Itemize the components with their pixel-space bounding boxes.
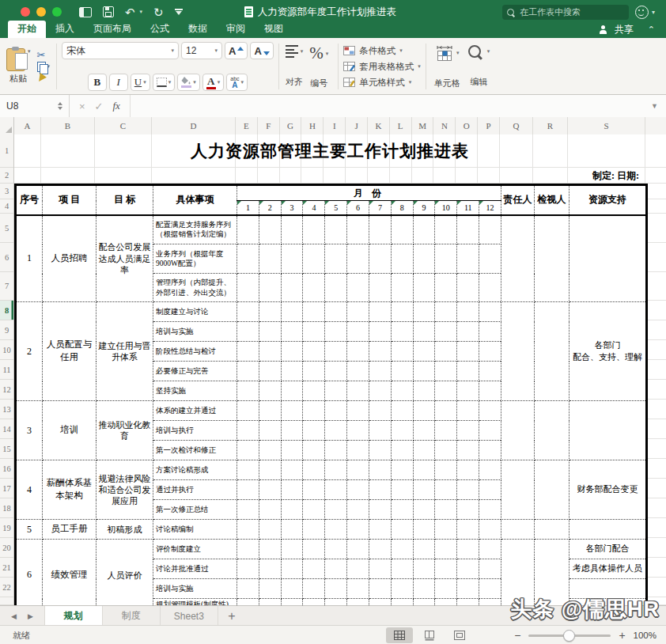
- gantt-cell[interactable]: [479, 401, 501, 421]
- task-name-cell[interactable]: 管理序列（内部提升、外部引进、外出交流）: [153, 274, 237, 302]
- gantt-cell[interactable]: [435, 460, 457, 480]
- gantt-cell[interactable]: [259, 540, 281, 559]
- minimize-window-button[interactable]: [36, 7, 46, 17]
- gantt-cell[interactable]: [413, 322, 435, 342]
- tab-page-layout[interactable]: 页面布局: [84, 21, 141, 38]
- gantt-cell[interactable]: [237, 520, 259, 540]
- gantt-cell[interactable]: [413, 540, 435, 559]
- sheet-tab-guihua[interactable]: 规划: [44, 606, 103, 626]
- gantt-cell[interactable]: [347, 599, 369, 606]
- gantt-cell[interactable]: [479, 599, 501, 606]
- gantt-cell[interactable]: [347, 401, 369, 421]
- gantt-cell[interactable]: [325, 342, 347, 362]
- gantt-cell[interactable]: [303, 401, 325, 421]
- gantt-cell[interactable]: [259, 215, 281, 244]
- cell-styles-button[interactable]: 单元格样式▾: [343, 74, 411, 90]
- gantt-cell[interactable]: [237, 441, 259, 460]
- gantt-cell[interactable]: [435, 342, 457, 362]
- gantt-cell[interactable]: [281, 441, 303, 460]
- feedback-smiley-icon[interactable]: [635, 6, 649, 19]
- gantt-cell[interactable]: [281, 421, 303, 441]
- gantt-cell[interactable]: [237, 559, 259, 579]
- gantt-cell[interactable]: [457, 244, 479, 274]
- gantt-cell[interactable]: [303, 480, 325, 500]
- gantt-cell[interactable]: [303, 342, 325, 362]
- item-goal-cell[interactable]: 初稿形成: [96, 520, 153, 540]
- gantt-cell[interactable]: [259, 480, 281, 500]
- gantt-cell[interactable]: [413, 274, 435, 302]
- gantt-cell[interactable]: [435, 500, 457, 520]
- gantt-cell[interactable]: [325, 274, 347, 302]
- gantt-cell[interactable]: [391, 480, 413, 500]
- font-color-button[interactable]: A▾: [202, 74, 225, 91]
- gantt-cell[interactable]: [435, 322, 457, 342]
- font-size-select[interactable]: 12▾: [181, 42, 222, 59]
- gantt-cell[interactable]: [369, 322, 391, 342]
- gantt-cell[interactable]: [347, 480, 369, 500]
- gantt-cell[interactable]: [347, 520, 369, 540]
- gantt-cell[interactable]: [391, 540, 413, 559]
- gantt-cell[interactable]: [259, 342, 281, 362]
- item-goal-cell[interactable]: 人员评价: [96, 540, 153, 606]
- gantt-cell[interactable]: [457, 559, 479, 579]
- gantt-cell[interactable]: [347, 559, 369, 579]
- gantt-cell[interactable]: [259, 520, 281, 540]
- gantt-cell[interactable]: [369, 274, 391, 302]
- gantt-cell[interactable]: [391, 599, 413, 606]
- row-header-10[interactable]: 10: [0, 340, 13, 360]
- name-box[interactable]: U8: [0, 95, 70, 117]
- gantt-cell[interactable]: [457, 274, 479, 302]
- column-header-F[interactable]: F: [258, 117, 280, 134]
- undo-caret-icon[interactable]: ▾: [140, 9, 143, 15]
- tab-review[interactable]: 审阅: [217, 21, 255, 38]
- gantt-cell[interactable]: [259, 441, 281, 460]
- gantt-cell[interactable]: [259, 244, 281, 274]
- gantt-cell[interactable]: [413, 520, 435, 540]
- task-name-cell[interactable]: 规划管理模板(制度性): [153, 599, 237, 606]
- gantt-cell[interactable]: [457, 362, 479, 381]
- gantt-cell[interactable]: [413, 480, 435, 500]
- task-name-cell[interactable]: 培训与实施: [153, 322, 237, 342]
- underline-button[interactable]: U▾: [131, 74, 150, 91]
- gantt-cell[interactable]: [391, 441, 413, 460]
- gantt-cell[interactable]: [259, 302, 281, 322]
- task-name-cell[interactable]: 制度建立与讨论: [153, 302, 237, 322]
- gantt-cell[interactable]: [325, 401, 347, 421]
- plan-table[interactable]: 序号项 目目 标具体事项月 份责任人检视人资源支持123456789101112…: [14, 184, 648, 605]
- prev-sheet-icon[interactable]: ◀: [11, 612, 17, 620]
- gantt-cell[interactable]: [303, 460, 325, 480]
- item-project-cell[interactable]: 员工手册: [43, 520, 96, 540]
- item-seq-cell[interactable]: 1: [16, 215, 43, 302]
- gantt-cell[interactable]: [259, 421, 281, 441]
- zoom-out-button[interactable]: −: [514, 629, 520, 642]
- gantt-cell[interactable]: [259, 559, 281, 579]
- gantt-cell[interactable]: [281, 244, 303, 274]
- gantt-cell[interactable]: [435, 599, 457, 606]
- gantt-cell[interactable]: [391, 579, 413, 599]
- item-goal-cell[interactable]: 推动职业化教育: [96, 401, 153, 460]
- conditional-format-button[interactable]: 条件格式▾: [343, 43, 403, 59]
- gantt-cell[interactable]: [479, 244, 501, 274]
- gantt-cell[interactable]: [369, 579, 391, 599]
- task-name-cell[interactable]: 配置满足支持服务序列（根据销售计划定编）: [153, 215, 237, 244]
- gantt-cell[interactable]: [479, 302, 501, 322]
- gantt-cell[interactable]: [479, 215, 501, 244]
- edit-button[interactable]: ▾: [468, 45, 490, 58]
- gantt-cell[interactable]: [303, 520, 325, 540]
- sheet-tab-sheet3[interactable]: Sheet3: [161, 606, 218, 626]
- gantt-cell[interactable]: [391, 500, 413, 520]
- gantt-cell[interactable]: [303, 559, 325, 579]
- gantt-cell[interactable]: [435, 480, 457, 500]
- item-seq-cell[interactable]: 4: [16, 460, 43, 520]
- gantt-cell[interactable]: [259, 500, 281, 520]
- gantt-cell[interactable]: [237, 421, 259, 441]
- gantt-cell[interactable]: [391, 215, 413, 244]
- gantt-cell[interactable]: [457, 599, 479, 606]
- gantt-cell[interactable]: [237, 362, 259, 381]
- column-header-C[interactable]: C: [95, 117, 152, 134]
- gantt-cell[interactable]: [325, 480, 347, 500]
- gantt-cell[interactable]: [325, 215, 347, 244]
- column-header-M[interactable]: M: [412, 117, 434, 134]
- gantt-cell[interactable]: [435, 401, 457, 421]
- item-project-cell[interactable]: 培训: [43, 401, 96, 460]
